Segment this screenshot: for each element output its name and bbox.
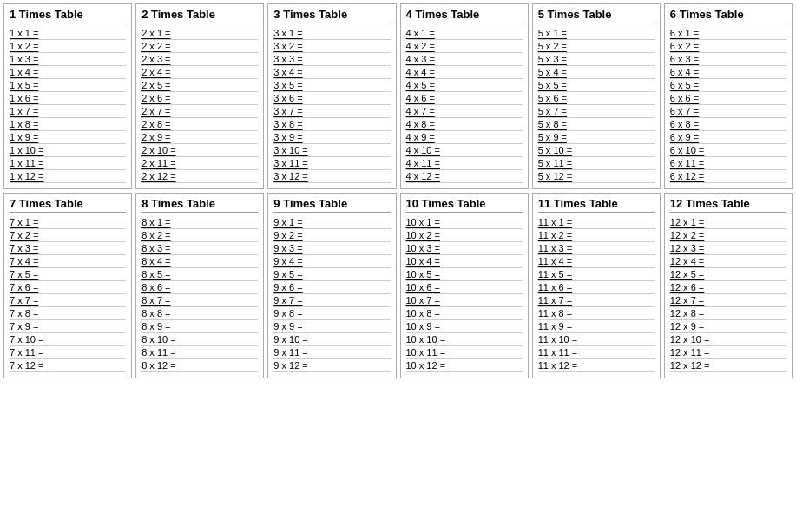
table-row: 12 x 4 = — [670, 255, 786, 268]
table-row: 6 x 4 = — [670, 66, 786, 79]
table-row: 1 x 8 = — [10, 118, 126, 131]
table-row: 11 x 12 = — [538, 359, 655, 372]
table-title-7: 7 Times Table — [10, 197, 126, 213]
table-row: 7 x 5 = — [10, 268, 126, 281]
table-row: 11 x 5 = — [538, 268, 655, 281]
table-row: 4 x 10 = — [406, 144, 523, 157]
table-title-2: 2 Times Table — [141, 8, 258, 23]
table-row: 8 x 10 = — [141, 333, 258, 346]
table-row: 10 x 10 = — [406, 333, 523, 346]
table-row: 5 x 1 = — [538, 27, 655, 40]
table-row: 8 x 8 = — [141, 307, 258, 320]
table-row: 11 x 8 = — [538, 307, 655, 320]
table-title-12: 12 Times Table — [670, 197, 786, 213]
table-row: 6 x 8 = — [670, 118, 786, 131]
table-title-8: 8 Times Table — [141, 197, 258, 213]
table-row: 5 x 2 = — [538, 40, 655, 53]
table-row: 12 x 6 = — [670, 281, 786, 294]
table-row: 8 x 12 = — [141, 359, 258, 372]
table-row: 2 x 3 = — [141, 53, 258, 66]
table-row: 1 x 7 = — [10, 105, 126, 118]
table-row: 11 x 2 = — [538, 229, 655, 242]
table-row: 5 x 10 = — [538, 144, 655, 157]
table-row: 2 x 12 = — [141, 170, 258, 183]
table-row: 4 x 9 = — [406, 131, 523, 144]
table-row: 6 x 5 = — [670, 79, 786, 92]
table-row: 9 x 5 = — [273, 268, 390, 281]
table-row: 1 x 4 = — [10, 66, 126, 79]
table-row: 8 x 7 = — [141, 294, 258, 307]
table-row: 8 x 2 = — [141, 229, 258, 242]
table-row: 3 x 11 = — [273, 157, 390, 170]
table-row: 6 x 3 = — [670, 53, 786, 66]
table-row: 6 x 9 = — [670, 131, 786, 144]
table-row: 2 x 4 = — [141, 66, 258, 79]
table-row: 4 x 7 = — [406, 105, 523, 118]
table-row: 6 x 12 = — [670, 170, 786, 183]
table-row: 10 x 7 = — [406, 294, 523, 307]
table-row: 6 x 10 = — [670, 144, 786, 157]
table-row: 4 x 2 = — [406, 40, 523, 53]
table-row: 8 x 4 = — [141, 255, 258, 268]
table-row: 10 x 1 = — [406, 216, 523, 229]
table-row: 11 x 11 = — [538, 346, 655, 359]
table-row: 3 x 1 = — [273, 27, 390, 40]
table-card-10: 10 Times Table10 x 1 =10 x 2 =10 x 3 =10… — [400, 193, 529, 378]
table-row: 12 x 8 = — [670, 307, 786, 320]
table-row: 2 x 2 = — [141, 40, 258, 53]
table-row: 10 x 4 = — [406, 255, 523, 268]
table-row: 4 x 1 = — [406, 27, 523, 40]
table-row: 3 x 6 = — [273, 92, 390, 105]
table-row: 7 x 1 = — [10, 216, 126, 229]
table-row: 9 x 8 = — [273, 307, 390, 320]
table-row: 2 x 5 = — [141, 79, 258, 92]
table-row: 9 x 3 = — [273, 242, 390, 255]
table-card-2: 2 Times Table2 x 1 =2 x 2 =2 x 3 =2 x 4 … — [135, 3, 264, 189]
table-card-1: 1 Times Table1 x 1 =1 x 2 =1 x 3 =1 x 4 … — [3, 3, 132, 189]
table-row: 8 x 1 = — [141, 216, 258, 229]
table-row: 10 x 12 = — [406, 359, 523, 372]
table-row: 1 x 6 = — [10, 92, 126, 105]
table-row: 11 x 3 = — [538, 242, 655, 255]
table-row: 1 x 11 = — [10, 157, 126, 170]
table-row: 12 x 12 = — [670, 359, 786, 372]
table-card-11: 11 Times Table11 x 1 =11 x 2 =11 x 3 =11… — [532, 193, 661, 378]
table-row: 3 x 12 = — [273, 170, 390, 183]
table-row: 1 x 1 = — [10, 27, 126, 40]
table-row: 3 x 2 = — [273, 40, 390, 53]
table-row: 9 x 4 = — [273, 255, 390, 268]
table-row: 4 x 8 = — [406, 118, 523, 131]
table-row: 8 x 9 = — [141, 320, 258, 333]
table-row: 4 x 12 = — [406, 170, 523, 183]
table-row: 10 x 3 = — [406, 242, 523, 255]
table-row: 7 x 6 = — [10, 281, 126, 294]
table-row: 9 x 12 = — [273, 359, 390, 372]
table-row: 12 x 11 = — [670, 346, 786, 359]
table-row: 10 x 9 = — [406, 320, 523, 333]
table-card-5: 5 Times Table5 x 1 =5 x 2 =5 x 3 =5 x 4 … — [532, 3, 661, 189]
table-row: 8 x 3 = — [141, 242, 258, 255]
table-row: 2 x 7 = — [141, 105, 258, 118]
table-row: 7 x 4 = — [10, 255, 126, 268]
table-row: 3 x 5 = — [273, 79, 390, 92]
table-row: 8 x 5 = — [141, 268, 258, 281]
table-title-4: 4 Times Table — [406, 8, 523, 23]
table-card-6: 6 Times Table6 x 1 =6 x 2 =6 x 3 =6 x 4 … — [664, 3, 793, 189]
table-row: 9 x 11 = — [273, 346, 390, 359]
table-row: 11 x 6 = — [538, 281, 655, 294]
table-row: 9 x 1 = — [273, 216, 390, 229]
table-title-1: 1 Times Table — [10, 8, 126, 23]
table-row: 4 x 3 = — [406, 53, 523, 66]
table-row: 6 x 6 = — [670, 92, 786, 105]
table-row: 11 x 1 = — [538, 216, 655, 229]
table-card-12: 12 Times Table12 x 1 =12 x 2 =12 x 3 =12… — [664, 193, 793, 378]
table-row: 9 x 2 = — [273, 229, 390, 242]
table-row: 7 x 3 = — [10, 242, 126, 255]
table-row: 9 x 7 = — [273, 294, 390, 307]
table-row: 5 x 9 = — [538, 131, 655, 144]
table-row: 6 x 2 = — [670, 40, 786, 53]
table-row: 5 x 12 = — [538, 170, 655, 183]
table-row: 3 x 3 = — [273, 53, 390, 66]
table-card-3: 3 Times Table3 x 1 =3 x 2 =3 x 3 =3 x 4 … — [267, 3, 396, 189]
table-row: 5 x 7 = — [538, 105, 655, 118]
